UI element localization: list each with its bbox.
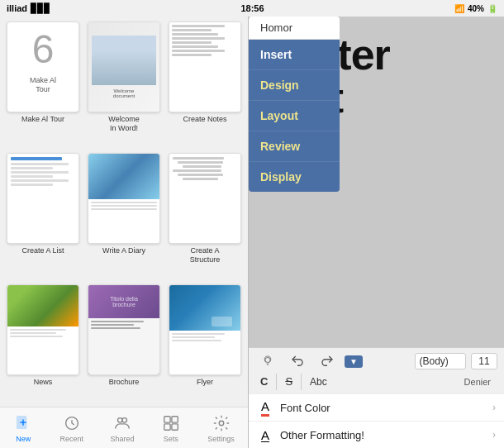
svg-rect-9: [172, 423, 178, 429]
welcome-img: [92, 36, 156, 85]
diary-img: [88, 154, 159, 199]
tab-bar: New Recent: [0, 407, 248, 448]
dropdown-item-review[interactable]: Review: [249, 131, 340, 162]
toolbar-row-1: ▼ (Body) 11: [255, 351, 497, 371]
template-item-news[interactable]: News: [5, 284, 81, 402]
news-img: [7, 285, 78, 326]
template-thumb-brochure: Titolo dellabrochure: [88, 284, 160, 375]
other-formatting-icon: A: [257, 427, 273, 443]
undo-button[interactable]: [285, 351, 310, 371]
template-thumb-structure: [169, 153, 241, 244]
format-divider-1: [276, 374, 277, 390]
notes-line-1: [172, 25, 225, 27]
notes-line-6: [172, 45, 218, 48]
list-row-1: [11, 163, 69, 165]
list-row-3: [11, 171, 69, 174]
lightbulb-button[interactable]: [255, 351, 280, 371]
shared-icon: [112, 413, 132, 433]
tab-settings[interactable]: Settings: [207, 413, 235, 443]
font-color-chevron-icon: ›: [492, 402, 496, 413]
tab-shared-label: Shared: [110, 435, 134, 443]
carrier-label: illiad: [7, 3, 27, 13]
right-panel: Poster Test Homor Insert Design Layout R…: [249, 17, 504, 448]
format-toolbar: ▼ (Body) 11 C S Abc Denier: [249, 347, 504, 393]
template-thumb-list: [7, 153, 79, 244]
template-thumb-flyer: [169, 284, 241, 375]
list-row-6: [11, 183, 53, 186]
diary-lines: [88, 199, 159, 214]
battery-icon: 🔋: [487, 4, 497, 13]
tab-new-label: New: [16, 435, 31, 443]
news-line-3: [10, 336, 63, 337]
status-left: illiad ▊▊▊: [7, 3, 50, 14]
doc-area[interactable]: Poster Test Homor Insert Design Layout R…: [249, 17, 504, 347]
brochure-preview: Titolo dellabrochure: [88, 285, 159, 374]
abc-button[interactable]: Abc: [305, 374, 332, 390]
template-item-create-notes[interactable]: Create Notes: [167, 21, 243, 148]
status-bar: illiad ▊▊▊ 18:56 📶 40% 🔋: [0, 0, 504, 17]
news-line-1: [10, 329, 66, 331]
template-grid: 6 Make AlTour Make Al Tour Welcomedocume…: [0, 17, 248, 407]
settings-icon: [212, 413, 231, 433]
format-divider-2: [301, 374, 302, 390]
dropdown-overlay: Homor Insert Design Layout Review Displa…: [249, 17, 340, 192]
tab-sets[interactable]: Sets: [161, 413, 181, 443]
dropdown-item-design[interactable]: Design: [249, 70, 340, 101]
bold-button[interactable]: C: [255, 373, 273, 390]
notes-line-2: [172, 29, 212, 31]
tab-recent[interactable]: Recent: [60, 413, 84, 443]
notes-line-7: [172, 50, 225, 52]
battery-percent: 40%: [468, 4, 484, 13]
structure-block-1: [173, 157, 224, 160]
dropdown-header: Homor: [249, 17, 340, 40]
list-row-4: [11, 175, 53, 178]
diary-preview: [88, 154, 159, 243]
structure-block-4: [173, 169, 221, 172]
dropdown-item-layout[interactable]: Layout: [249, 101, 340, 131]
template-label-diary: Write A Diary: [102, 246, 145, 255]
template-thumb-diary: [88, 153, 160, 244]
template-item-diary[interactable]: Write A Diary: [86, 153, 162, 279]
template-item-make-al-tour[interactable]: 6 Make AlTour Make Al Tour: [5, 21, 81, 148]
other-formatting-row[interactable]: A Other Formatting! ›: [249, 421, 504, 448]
flyer-line-2: [172, 336, 215, 338]
dropdown-item-insert[interactable]: Insert: [249, 40, 340, 70]
list-row-5: [11, 179, 69, 182]
notes-line-4: [172, 37, 225, 40]
tab-shared[interactable]: Shared: [110, 413, 134, 443]
template-thumb-news: [7, 284, 79, 375]
structure-preview: [169, 154, 240, 243]
main-container: 6 Make AlTour Make Al Tour Welcomedocume…: [0, 17, 504, 448]
svg-rect-6: [164, 416, 170, 422]
template-item-flyer[interactable]: Flyer: [167, 284, 243, 402]
template-label-brochure: Brochure: [109, 378, 140, 387]
svg-point-4: [117, 417, 122, 422]
tab-recent-label: Recent: [60, 435, 84, 443]
brochure-top: Titolo dellabrochure: [88, 285, 159, 318]
other-formatting-chevron-icon: ›: [492, 429, 496, 441]
font-color-row[interactable]: A Font Color ›: [249, 393, 504, 421]
strikethrough-button[interactable]: S: [280, 373, 297, 390]
template-item-create-list[interactable]: Create A List: [5, 153, 81, 279]
news-preview: [7, 285, 78, 374]
flyer-text: [169, 331, 240, 346]
font-size-selector[interactable]: 11: [471, 353, 497, 369]
wifi-icon: 📶: [454, 4, 464, 13]
notes-preview: [169, 22, 240, 112]
make-al-tour-text: Make AlTour: [30, 76, 56, 95]
template-item-structure[interactable]: Create AStructure: [167, 153, 243, 279]
dropdown-arrow-button[interactable]: ▼: [345, 355, 363, 368]
list-preview: [7, 154, 78, 243]
redo-button[interactable]: [315, 351, 340, 371]
time-label: 18:56: [240, 3, 264, 13]
font-name-selector[interactable]: (Body): [415, 353, 466, 369]
dropdown-item-display[interactable]: Display: [249, 162, 340, 192]
tab-settings-label: Settings: [207, 435, 235, 443]
template-item-welcome[interactable]: Welcomedocument WelcomeIn Word!: [86, 21, 162, 148]
template-item-brochure[interactable]: Titolo dellabrochure Brochure: [86, 284, 162, 402]
sets-icon: [161, 413, 181, 433]
tab-new[interactable]: New: [13, 413, 33, 443]
flyer-preview: [169, 285, 240, 374]
structure-block-2: [178, 161, 223, 164]
new-icon: [13, 413, 33, 433]
